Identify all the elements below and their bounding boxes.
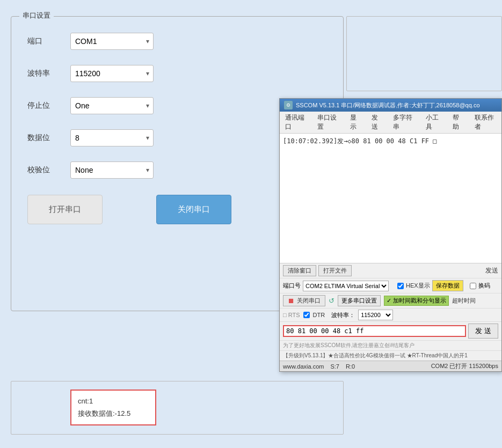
sscom-title: SSCOM V5.13.1 串口/网络数据调试器,作者:大虾丁丁,2618058… bbox=[296, 101, 480, 109]
baud-row-label: 波特率： bbox=[331, 311, 355, 319]
menu-contact[interactable]: 联系作者 bbox=[469, 112, 501, 133]
sscom-toolbar-row: 清除窗口 打开文件 发送 bbox=[280, 263, 501, 278]
save-data-button[interactable]: 保存数据 bbox=[432, 280, 463, 291]
port-row-label: 端口号 bbox=[283, 282, 301, 290]
com-status: COM2 已打开 115200bps bbox=[431, 362, 498, 370]
hex-input[interactable] bbox=[283, 325, 466, 337]
menu-serial[interactable]: 串口设置 bbox=[312, 112, 344, 133]
open-port-button[interactable]: 打开串口 bbox=[27, 195, 103, 224]
cnt-box: cnt:1 接收数据值:-12.5 bbox=[70, 390, 156, 425]
stopbit-select-wrapper: One Two OnePointFive ▾ bbox=[70, 97, 154, 114]
hex-display-label: HEX显示 bbox=[406, 282, 430, 290]
open-file-button[interactable]: 打开文件 bbox=[318, 265, 352, 276]
menu-display[interactable]: 显示 bbox=[345, 112, 366, 133]
databit-select-wrapper: 5 6 7 8 ▾ bbox=[70, 129, 154, 146]
cnt-panel: cnt:1 接收数据值:-12.5 bbox=[11, 381, 344, 435]
parity-select-wrapper: None Even Odd Mark Space ▾ bbox=[70, 161, 154, 179]
sscom-port-select[interactable]: COM2 ELTIMA Virtual Serial bbox=[303, 281, 389, 291]
timeout-label: 超时时间 bbox=[452, 297, 476, 305]
cnt-value: cnt:1 bbox=[78, 395, 149, 407]
stopbit-select[interactable]: One Two OnePointFive bbox=[70, 97, 154, 114]
s-value: S:7 bbox=[330, 363, 339, 370]
sscom-icon: ⚙ bbox=[284, 101, 293, 109]
sscom-close-row: ⏹ 关闭串口 ↺ 更多串口设置 ✓ 加时间戳和分句显示 超时时间 bbox=[280, 293, 501, 309]
sscom-upgrade-row: 【升级到V5.13.1】★合适高性价比4G模块值得一试 ★RT-Thread中国… bbox=[280, 351, 501, 361]
menu-tools[interactable]: 小工具 bbox=[420, 112, 447, 133]
sscom-statusbar: www.daxia.com S:7 R:0 COM2 已打开 115200bps bbox=[280, 361, 501, 371]
sscom-rts-row: □ RTS DTR 波特率： 115200 bbox=[280, 309, 501, 322]
more-port-button[interactable]: 更多串口设置 bbox=[338, 295, 381, 306]
more-label: 换码 bbox=[478, 282, 490, 290]
parity-label: 校验位 bbox=[27, 165, 70, 175]
refresh-icon: ↺ bbox=[329, 297, 334, 305]
sscom-port-row: 端口号 COM2 ELTIMA Virtual Serial HEX显示 保存数… bbox=[280, 278, 501, 293]
menu-help[interactable]: 帮助 bbox=[447, 112, 469, 133]
close-port-button[interactable]: 关闭串口 bbox=[156, 195, 231, 224]
sscom-close-port-button[interactable]: ⏹ 关闭串口 bbox=[283, 295, 325, 306]
panel-title: 串口设置 bbox=[19, 11, 54, 20]
received-value: 接收数据值:-12.5 bbox=[78, 407, 149, 420]
hex-display-checkbox[interactable] bbox=[397, 283, 404, 289]
databit-label: 数据位 bbox=[27, 133, 70, 143]
ad-text: 为了更好地发展SSCOM软件,请您注册嘉立创#结尾客户 bbox=[283, 342, 414, 348]
port-row: 端口 COM1 COM2 COM3 COM4 ▾ bbox=[27, 33, 327, 50]
databit-select[interactable]: 5 6 7 8 bbox=[70, 129, 154, 146]
sscom-bottom: 清除窗口 打开文件 发送 端口号 COM2 ELTIMA Virtual Ser… bbox=[280, 263, 501, 371]
sscom-output: [10:07:02.392]发→◇80 81 00 00 48 C1 FF □ bbox=[280, 134, 501, 263]
parity-select[interactable]: None Even Odd Mark Space bbox=[70, 161, 154, 179]
clear-window-button[interactable]: 清除窗口 bbox=[283, 265, 316, 276]
baud-select[interactable]: 9600 19200 38400 57600 115200 bbox=[70, 65, 154, 82]
baud-label: 波特率 bbox=[27, 69, 70, 78]
sscom-close-btn-label: 关闭串口 bbox=[297, 297, 321, 305]
port-select[interactable]: COM1 COM2 COM3 COM4 bbox=[70, 33, 154, 50]
menu-send[interactable]: 发送 bbox=[366, 112, 388, 133]
right-panel bbox=[346, 16, 502, 91]
timestamp-label: ✓ 加时间戳和分句显示 bbox=[384, 296, 449, 306]
sscom-menubar: 通讯端口 串口设置 显示 发送 多字符串 小工具 帮助 联系作者 bbox=[280, 112, 501, 134]
r-value: R:0 bbox=[346, 363, 355, 370]
sscom-input-row: 发 送 bbox=[280, 322, 501, 341]
menu-multistring[interactable]: 多字符串 bbox=[388, 112, 420, 133]
dtr-label: DTR bbox=[313, 312, 325, 318]
menu-comm[interactable]: 通讯端口 bbox=[280, 112, 312, 133]
sscom-baud-select[interactable]: 115200 bbox=[358, 310, 393, 320]
stop-icon: ⏹ bbox=[288, 297, 295, 305]
sscom-titlebar: ⚙ SSCOM V5.13.1 串口/网络数据调试器,作者:大虾丁丁,26180… bbox=[280, 99, 501, 112]
port-label: 端口 bbox=[27, 36, 70, 46]
baud-row: 波特率 9600 19200 38400 57600 115200 ▾ bbox=[27, 65, 327, 82]
rts-label: □ RTS bbox=[283, 312, 300, 318]
port-select-wrapper: COM1 COM2 COM3 COM4 ▾ bbox=[70, 33, 154, 50]
dtr-checkbox[interactable] bbox=[303, 312, 310, 318]
more-checkbox[interactable] bbox=[470, 283, 476, 289]
stopbit-label: 停止位 bbox=[27, 101, 70, 111]
website-label: www.daxia.com bbox=[283, 363, 324, 370]
sscom-ad-row: 为了更好地发展SSCOM软件,请您注册嘉立创#结尾客户 bbox=[280, 341, 501, 351]
baud-select-wrapper: 9600 19200 38400 57600 115200 ▾ bbox=[70, 65, 154, 82]
send-label: 发送 bbox=[485, 266, 498, 275]
sscom-send-button[interactable]: 发 送 bbox=[468, 324, 498, 339]
sscom-window: ⚙ SSCOM V5.13.1 串口/网络数据调试器,作者:大虾丁丁,26180… bbox=[279, 98, 502, 372]
sscom-output-text: [10:07:02.392]发→◇80 81 00 00 48 C1 FF □ bbox=[283, 137, 437, 145]
upgrade-text: 【升级到V5.13.1】★合适高性价比4G模块值得一试 ★RT-Thread中国… bbox=[283, 352, 468, 358]
